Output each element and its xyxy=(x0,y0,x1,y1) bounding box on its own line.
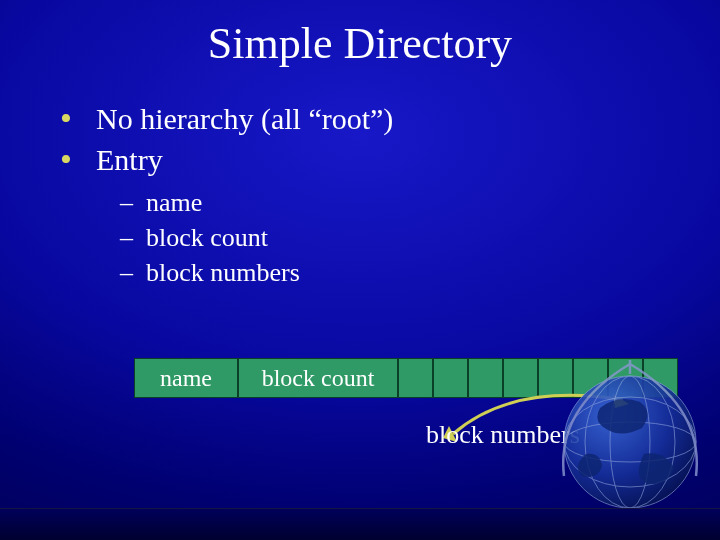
cell-block-number xyxy=(608,358,643,398)
bullet-list: No hierarchy (all “root”) Entry xyxy=(60,99,720,179)
cell-block-number xyxy=(503,358,538,398)
cell-block-number xyxy=(643,358,678,398)
diagram-row: name block count xyxy=(134,358,679,398)
cell-block-number xyxy=(468,358,503,398)
sub-bullet-list: name block count block numbers xyxy=(120,185,720,290)
cell-block-number xyxy=(573,358,608,398)
bullet-item: No hierarchy (all “root”) xyxy=(60,99,720,138)
cell-block-number xyxy=(538,358,573,398)
entry-diagram: name block count block numbers xyxy=(134,358,679,398)
bullet-item: Entry xyxy=(60,140,720,179)
slide-title: Simple Directory xyxy=(0,0,720,69)
slide-body: No hierarchy (all “root”) Entry name blo… xyxy=(0,69,720,290)
cell-block-count: block count xyxy=(238,358,398,398)
block-numbers-label: block numbers xyxy=(426,420,580,450)
cell-block-number xyxy=(433,358,468,398)
sub-bullet-item: block numbers xyxy=(120,255,720,290)
slide-footer-bar xyxy=(0,508,720,540)
sub-bullet-item: name xyxy=(120,185,720,220)
cell-block-number xyxy=(398,358,433,398)
svg-marker-1 xyxy=(613,394,629,408)
sub-bullet-item: block count xyxy=(120,220,720,255)
cell-name: name xyxy=(134,358,238,398)
